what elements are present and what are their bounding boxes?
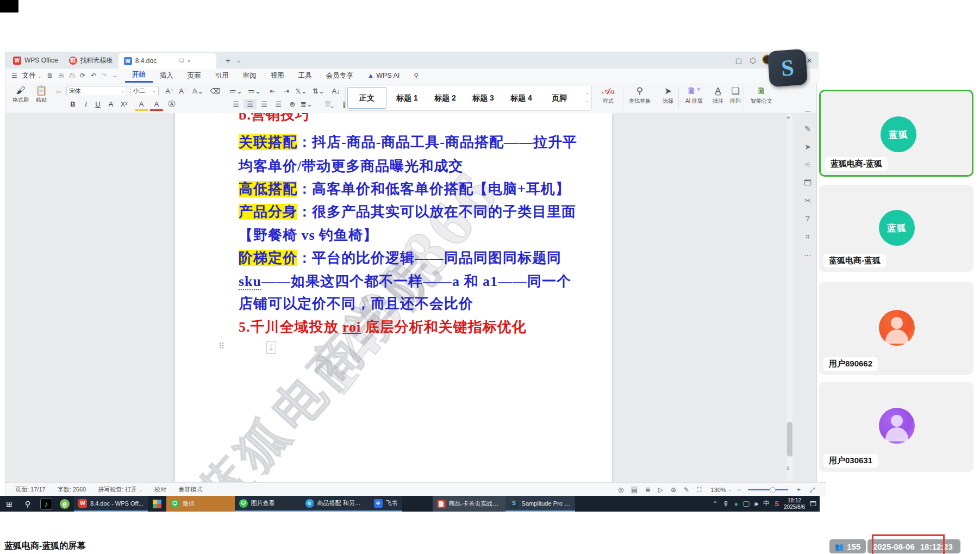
style-normal[interactable]: 正文 (347, 87, 386, 109)
arrange-button[interactable]: ❏ 排列 (721, 85, 750, 105)
help-icon[interactable]: ? (806, 214, 810, 223)
cube-icon[interactable]: ⬡ (746, 57, 760, 65)
tab-list-chevron-icon[interactable]: ⌄ (236, 58, 241, 64)
taskbar-search-icon[interactable]: ⚲ (18, 496, 37, 512)
style-heading4[interactable]: 标题 4 (502, 88, 540, 108)
taskbar-feishu[interactable]: ✈ 飞书 (370, 496, 402, 512)
play-view-icon[interactable]: ▷ (658, 486, 663, 494)
menu-insert[interactable]: 插入 (153, 71, 180, 80)
bold-icon[interactable]: B (66, 99, 79, 109)
book-tool-icon[interactable]: 🗔 (804, 178, 812, 187)
outdent-icon[interactable]: ⇤ (266, 86, 279, 96)
focus-mode-icon[interactable]: ◎ (618, 486, 623, 494)
paragraph-layout-icon[interactable]: ≣⌄ (300, 99, 313, 109)
collapse-strip-icon[interactable]: ─ (805, 107, 810, 115)
pen-tool-icon[interactable]: ✎ (804, 125, 811, 133)
menu-reference[interactable]: 引用 (208, 71, 236, 80)
more-tools-icon[interactable]: ⋯ (804, 251, 812, 259)
scissors-tool-icon[interactable]: ✂ (804, 196, 811, 205)
start-button[interactable]: ⊞ (0, 496, 18, 512)
style-heading3[interactable]: 标题 3 (464, 88, 502, 108)
decrease-font-icon[interactable]: A⁻ (177, 86, 190, 96)
styles-button[interactable]: 𝒜𝑎 样式 (594, 85, 623, 105)
scrollbar-thumb[interactable] (787, 422, 792, 457)
menu-page[interactable]: 页面 (180, 71, 208, 80)
menu-review[interactable]: 审阅 (236, 71, 264, 80)
distribute-icon[interactable]: ⊜ (286, 99, 299, 109)
browser-e-icon[interactable]: e (55, 496, 74, 512)
sogou-icon[interactable]: S (775, 500, 779, 508)
douyin-app-icon[interactable]: ♪ (37, 496, 55, 512)
redo-icon[interactable]: ↷ (99, 72, 110, 79)
text-effects-icon[interactable]: 𝔸⌄ (191, 86, 204, 96)
zoom-in-button[interactable]: ＋ (795, 485, 802, 494)
strikethrough-icon[interactable]: A (104, 99, 117, 109)
undo-icon[interactable]: ↶ (88, 72, 99, 79)
align-center-icon[interactable]: ☰ (244, 99, 257, 109)
scroll-top-icon[interactable]: ≙ (786, 115, 790, 121)
web-view-icon[interactable]: ⊕ (671, 486, 676, 494)
tab-docer[interactable]: 稻 找稻壳模板 (64, 54, 118, 67)
new-tab-button[interactable]: ＋ (224, 55, 232, 66)
zoom-out-button[interactable]: − (737, 486, 741, 494)
hamburger-icon[interactable]: ☰ (9, 72, 20, 79)
char-scale-icon[interactable]: 𝕏⌄ (295, 86, 308, 96)
more-history-chevron-icon[interactable]: ⌄ (110, 73, 120, 78)
paragraph-drag-handle[interactable]: ⠿ (219, 341, 224, 351)
layout-icon[interactable]: ▢ (732, 57, 746, 65)
scroll-page-icons[interactable]: ⇕ (786, 465, 790, 471)
find-replace-button[interactable]: ⚲ 查找替换 (625, 85, 654, 105)
taskbar-edge[interactable]: e 商品搭配 和另外 1... (301, 496, 370, 512)
print-icon[interactable]: ⎙ (66, 72, 77, 79)
save-icon[interactable]: 🗎 (44, 72, 56, 79)
notification-center-icon[interactable]: 🗔 (810, 500, 816, 508)
indent-icon[interactable]: ⇥ (280, 86, 293, 96)
numbered-list-icon[interactable]: ≕⌄ (248, 86, 261, 96)
proofread-button[interactable]: 校对 (154, 485, 166, 494)
bullet-list-icon[interactable]: ≔⌄ (229, 86, 242, 96)
italic-icon[interactable]: I (79, 99, 92, 109)
cut-icon[interactable]: ✂ (52, 87, 65, 97)
style-heading1[interactable]: 标题 1 (388, 88, 426, 108)
ime-indicator[interactable]: 中 (763, 499, 770, 508)
superscript-icon[interactable]: X² (117, 99, 130, 109)
increase-font-icon[interactable]: A⁺ (163, 86, 176, 96)
participant-count-badge[interactable]: 👥 155 (829, 539, 866, 553)
zoom-level[interactable]: 130% (711, 487, 726, 493)
page-view-icon[interactable]: ▤ (631, 486, 637, 494)
line-spacing-icon[interactable]: ⇅⌄ (312, 86, 325, 96)
edit-mode-icon[interactable]: ✎ (684, 486, 689, 494)
menu-home[interactable]: 开始 (125, 69, 153, 83)
menubar-search-icon[interactable]: ⚲ (411, 72, 421, 79)
taskbar-image-viewer[interactable]: 🗨 图片查看 (235, 496, 301, 512)
underline-icon[interactable]: U (91, 99, 104, 109)
paste-button[interactable]: 📋 粘贴 (32, 85, 51, 104)
zoom-slider[interactable] (748, 489, 788, 490)
taskbar-wechat[interactable]: 🗨 微信 (166, 496, 235, 512)
menu-file[interactable]: 文件 ⌄ (20, 71, 44, 80)
smart-doc-button[interactable]: 🗎 智能公文 (747, 85, 776, 105)
bookmark-icon[interactable]: ⌗ (806, 232, 810, 241)
word-count[interactable]: 字数: 2560 (58, 485, 86, 494)
font-color-icon[interactable]: A (150, 99, 163, 111)
fit-page-icon[interactable]: ⛶ (697, 486, 701, 494)
participant-tile[interactable]: 蓝狐 蓝狐电商-蓝狐 (819, 185, 973, 272)
pointer-tool-icon[interactable]: ➤ (804, 142, 811, 151)
spellcheck-status[interactable]: 拼写检查: 打开 ⌄ (98, 485, 142, 494)
align-right-icon[interactable]: ☰ (258, 99, 271, 109)
volume-icon[interactable]: 🕪 (754, 500, 758, 508)
tray-expand-icon[interactable]: ⌃ (713, 500, 718, 508)
sort-icon[interactable]: A↓ (329, 86, 342, 96)
shading-icon[interactable]: ⛆⌄ (323, 99, 336, 109)
microphone-icon[interactable]: 🎙 (723, 500, 729, 508)
participant-tile[interactable]: 用户030631 (819, 382, 973, 472)
color-grid-app-icon[interactable] (148, 496, 166, 512)
zoom-chevron-icon[interactable]: ⌄ (728, 487, 732, 492)
taskbar-clock[interactable]: 18:122025/8/6 (784, 497, 805, 511)
format-painter-button[interactable]: 🖌 格式刷 (11, 85, 30, 104)
document-page[interactable]: 蓝狐电商学院 1400866 b.营销技巧 关联搭配：抖店-商品-商品工具-商品… (175, 113, 612, 482)
justify-icon[interactable]: ☰ (272, 99, 285, 109)
menu-tools[interactable]: 工具 (291, 71, 319, 80)
gallery-scroll-up-icon[interactable]: ⌃ (585, 92, 589, 97)
vertical-scrollbar[interactable] (787, 114, 792, 481)
